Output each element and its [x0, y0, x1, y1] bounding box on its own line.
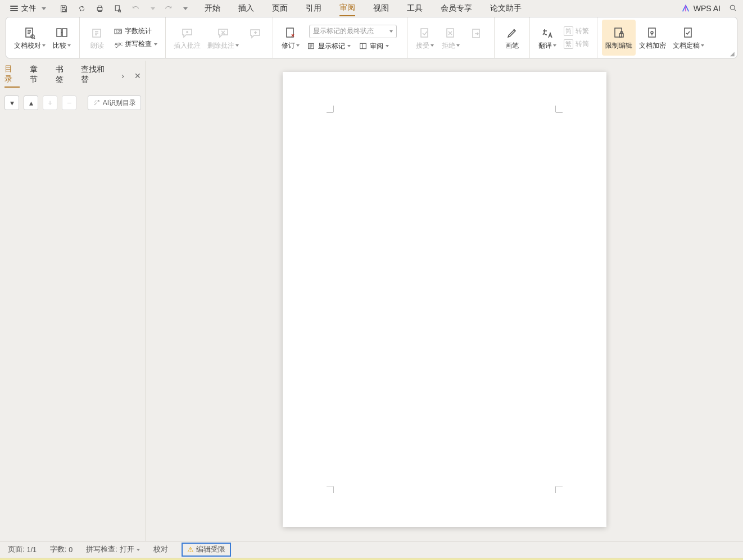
spell-check-label: 拼写检查 — [125, 39, 152, 49]
simp-to-trad-button: 简 转繁 — [564, 26, 589, 36]
nav-tab-toc[interactable]: 目录 — [4, 64, 20, 88]
file-menu-button[interactable]: 文件 — [6, 2, 51, 15]
sync-icon[interactable] — [76, 3, 87, 13]
undo-dropdown-icon[interactable] — [151, 7, 155, 10]
status-spellcheck-value: 打开 — [120, 545, 134, 554]
doc-proofread-button[interactable]: 文档校对 — [11, 20, 49, 56]
warning-icon: ⚠ — [187, 545, 194, 554]
navigation-pane: 目录 章节 书签 查找和替 › ✕ ▾ ▴ + − AI识别目录 — [0, 61, 146, 541]
tab-view[interactable]: 视图 — [373, 1, 389, 16]
svg-rect-7 — [57, 29, 61, 37]
reviewing-pane-button[interactable]: 审阅 — [359, 42, 389, 51]
svg-rect-15 — [360, 43, 366, 48]
show-markup-button[interactable]: 显示标记 — [307, 42, 351, 51]
finalize-doc-button[interactable]: 文档定稿 — [669, 20, 708, 56]
spell-check-button[interactable]: ABC 拼写检查 — [114, 39, 157, 49]
file-menu-label: 文件 — [21, 3, 36, 13]
nav-pane-close-icon[interactable]: ✕ — [134, 71, 141, 80]
status-proofread[interactable]: 校对 — [153, 545, 168, 554]
document-page[interactable] — [283, 72, 606, 527]
status-edit-restricted[interactable]: ⚠ 编辑受限 — [182, 543, 231, 557]
status-page: 页面: 1/1 — [8, 545, 37, 554]
tab-thesis[interactable]: 论文助手 — [490, 1, 522, 16]
tab-reference[interactable]: 引用 — [306, 1, 321, 16]
wand-icon — [93, 99, 101, 107]
redo-icon[interactable] — [163, 3, 173, 13]
chevron-down-icon — [553, 44, 556, 47]
wps-ai-button[interactable]: WPS AI — [681, 4, 721, 13]
restrict-editing-icon — [612, 25, 626, 41]
chevron-down-icon — [42, 7, 46, 10]
translate-label: 翻译 — [538, 41, 552, 51]
toc-collapse-up-button[interactable]: ▴ — [24, 95, 38, 110]
tab-start[interactable]: 开始 — [205, 1, 220, 16]
undo-icon[interactable] — [130, 3, 141, 13]
save-icon[interactable] — [58, 3, 69, 13]
track-changes-button[interactable]: 修订 — [278, 20, 303, 56]
track-changes-icon — [284, 25, 297, 41]
ink-pen-button[interactable]: 画笔 — [499, 20, 525, 56]
nav-tab-chapters[interactable]: 章节 — [30, 65, 45, 87]
trad-to-simp-button: 繁 转简 — [564, 39, 589, 49]
print-preview-icon[interactable] — [112, 3, 123, 13]
insert-comment-label: 插入批注 — [174, 41, 201, 51]
nav-tab-bookmarks[interactable]: 书签 — [56, 65, 71, 87]
tab-page[interactable]: 页面 — [272, 1, 288, 16]
insert-comment-button: 插入批注 — [170, 20, 204, 56]
document-canvas[interactable] — [146, 61, 743, 541]
ai-detect-toc-label: AI识别目录 — [103, 98, 136, 108]
status-word-count: 字数: 0 — [50, 545, 73, 554]
chevron-down-icon — [42, 44, 46, 47]
chevron-down-icon — [67, 44, 71, 47]
page-margin-corner — [555, 106, 563, 113]
svg-rect-0 — [62, 9, 65, 11]
accept-icon — [418, 25, 432, 41]
chevron-down-icon — [137, 549, 140, 551]
tab-insert[interactable]: 插入 — [238, 1, 254, 16]
chevron-down-icon — [389, 30, 393, 33]
display-for-review-combo[interactable]: 显示标记的最终状态 — [309, 25, 397, 38]
svg-rect-23 — [685, 28, 691, 37]
restrict-editing-button[interactable]: 限制编辑 — [602, 20, 636, 56]
nav-tabs-more-icon[interactable]: › — [121, 71, 124, 80]
nav-tab-find[interactable]: 查找和替 — [81, 65, 112, 87]
compare-button[interactable]: 比较 — [49, 20, 75, 56]
page-margin-corner — [327, 485, 334, 493]
accept-change-button: 接受 — [412, 20, 438, 56]
next-comment-icon — [248, 26, 262, 42]
prev-next-change-button — [464, 20, 490, 56]
tab-review[interactable]: 审阅 — [339, 1, 355, 16]
tab-tools[interactable]: 工具 — [407, 1, 423, 16]
word-count-button[interactable]: 123 字数统计 — [114, 26, 157, 36]
accept-label: 接受 — [416, 41, 429, 51]
svg-text:ABC: ABC — [115, 42, 123, 47]
finalize-doc-label: 文档定稿 — [673, 41, 700, 51]
show-markup-icon — [307, 42, 316, 51]
svg-point-4 — [730, 5, 735, 10]
tab-member[interactable]: 会员专享 — [441, 1, 472, 16]
restrict-editing-label: 限制编辑 — [605, 41, 632, 51]
doc-proofread-icon — [23, 25, 37, 41]
ink-pen-icon — [505, 25, 519, 41]
ai-detect-toc-button[interactable]: AI识别目录 — [88, 95, 141, 110]
translate-button[interactable]: 翻译 — [534, 20, 560, 56]
svg-point-22 — [651, 31, 653, 34]
menu-bar: 文件 开始 插入 页面 引用 审阅 视图 工具 会员专享 论文助手 WPS AI — [0, 0, 743, 17]
doc-proofread-label: 文档校对 — [14, 41, 41, 51]
compare-label: 比较 — [53, 41, 66, 51]
trad-to-simp-label: 转简 — [576, 39, 589, 49]
quick-customize-icon[interactable] — [183, 7, 188, 10]
toc-expand-down-button[interactable]: ▾ — [4, 95, 19, 110]
ribbon: 文档校对 比较 朗读 123 字数统计 ABC 拼写检查 插入批注 — [6, 17, 737, 58]
page-margin-corner — [555, 485, 563, 493]
encrypt-doc-button[interactable]: 文档加密 — [636, 20, 669, 56]
print-icon[interactable] — [94, 3, 105, 13]
svg-rect-8 — [62, 29, 67, 37]
ribbon-expand-icon[interactable]: ◢ — [730, 51, 735, 57]
word-count-icon: 123 — [114, 27, 123, 36]
search-icon[interactable] — [728, 3, 737, 14]
reviewing-pane-label: 审阅 — [370, 42, 383, 51]
status-spellcheck[interactable]: 拼写检查: 打开 — [86, 545, 139, 554]
next-comment-button — [242, 20, 268, 56]
chevron-down-icon — [386, 45, 389, 47]
